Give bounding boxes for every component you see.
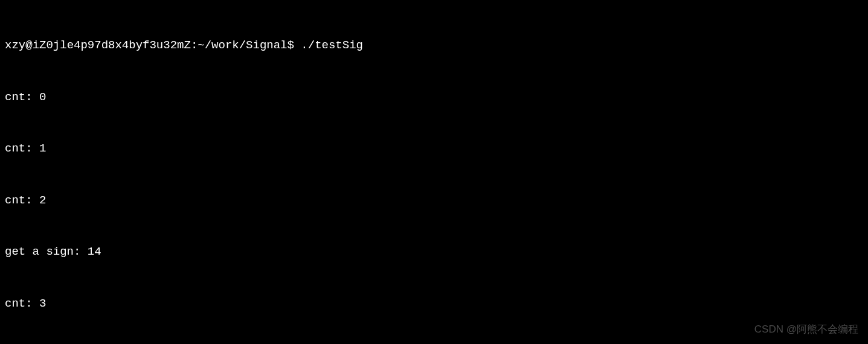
prompt-dollar: $ (288, 39, 301, 52)
watermark-text: CSDN @阿熊不会编程 (754, 322, 858, 337)
output-line: get a sign: 14 (5, 243, 863, 261)
output-line: cnt: 3 (5, 295, 863, 313)
output-line: cnt: 0 (5, 89, 863, 106)
command-text: ./testSig (301, 39, 363, 52)
prompt-host: iZ0jle4p97d8x4byf3u32mZ (33, 39, 191, 52)
prompt-colon: : (191, 39, 198, 52)
output-line: cnt: 2 (5, 192, 863, 209)
prompt-path: ~/work/Signal (198, 39, 287, 52)
prompt-user: xzy (5, 39, 25, 52)
output-line: cnt: 1 (5, 140, 863, 158)
command-line-1: xzy@iZ0jle4p97d8x4byf3u32mZ:~/work/Signa… (5, 37, 863, 54)
terminal-window[interactable]: xzy@iZ0jle4p97d8x4byf3u32mZ:~/work/Signa… (5, 2, 863, 344)
prompt-at: @ (25, 39, 32, 52)
